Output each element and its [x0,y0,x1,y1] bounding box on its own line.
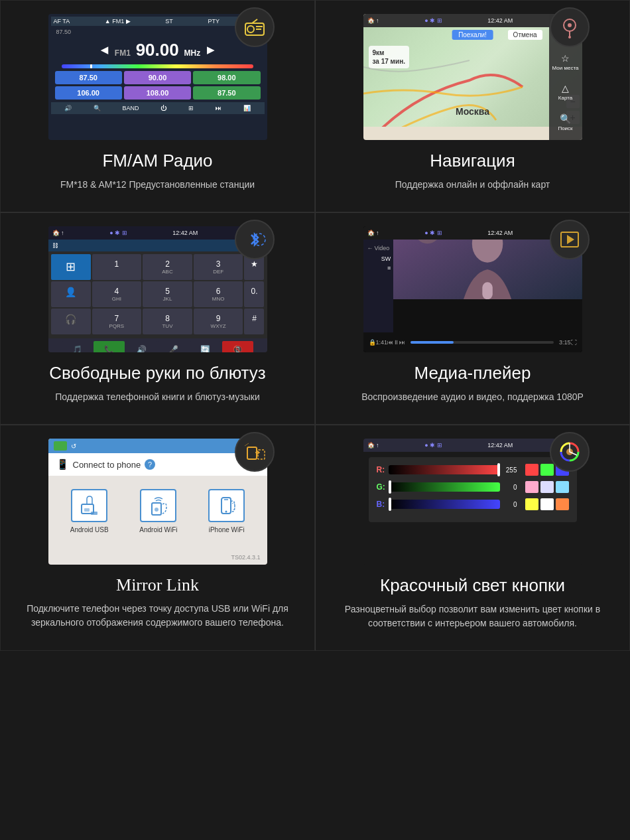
phone-key-6[interactable]: 6MNO [194,281,243,307]
preset-2[interactable]: 90.00 [124,71,191,84]
mirror-icon [243,441,266,463]
bt-desc: Поддержка телефонной книги и блютуз-музы… [55,390,260,404]
radio-unit: MHz [184,48,200,58]
svg-rect-11 [483,282,493,299]
phone-key-9[interactable]: 9WXYZ [194,309,243,334]
swatch-pink[interactable] [525,481,538,493]
mirror-desc: Подключите телефон через точку доступа U… [21,602,294,630]
nav-icon-badge [550,7,590,47]
nav-myplaces-btn[interactable]: ☆ Мои места [552,53,579,71]
swatch-lightblue[interactable] [556,481,569,493]
bt-icon-badge [235,220,275,259]
phone-endcall-btn[interactable]: 📵 [222,341,253,352]
radio-topbar: AF TA ▲ FM1 ▶ ST PTY 📻 [51,17,265,26]
svg-point-1 [247,26,254,33]
phone-key-0dot[interactable]: 0. [244,281,264,307]
color-blue-slider[interactable] [389,500,500,509]
svg-rect-26 [247,447,257,459]
color-green-slider[interactable] [389,482,500,492]
mirror-topbar: ↺ [48,439,267,453]
nav-screen-container: 🏠 ↑ ● ✱ ⊞ 12:42 AM ☼ ⚡ □ Поехали! Отмена… [336,14,609,140]
radio-presets: 87.50 90.00 98.00 106.00 108.00 87.50 [55,71,261,100]
color-icon-badge [550,432,590,472]
radio-desc: FM*18 & AM*12 Предустановленные станции [60,178,255,192]
svg-rect-18 [84,508,90,512]
phone-person-icon: 👤 [51,281,91,307]
media-cell: 🏠 ↑ ● ✱ ⊞ 12:42 AM ☼ ⚡ □ ← Video SW ≡ [315,212,630,425]
nav-icon [558,16,581,38]
phone-key-5[interactable]: 5JKL [143,281,192,307]
radio-progress-bar [62,64,254,68]
preset-1[interactable]: 87.50 [55,71,122,84]
video-fullscreen-btn[interactable]: ⛶ [571,339,577,346]
bt-cell: 🏠 ↑ ● ✱ ⊞ 12:42 AM ☼ ⚡ □ ⛓ ↵ ⊞ 1 2ABC [0,212,315,425]
video-menu-icon[interactable]: ≡ [363,263,394,273]
phone-key-1[interactable]: 1 [92,254,142,280]
swatch-green[interactable] [540,464,554,476]
video-sw-label: SW [363,254,394,263]
video-next-btn[interactable]: ⏭ [399,339,405,346]
swatch-lavender[interactable] [540,481,554,493]
nav-city: Москва [456,106,489,117]
mirror-android-usb[interactable]: Android USB [70,489,109,533]
preset-5[interactable]: 108.00 [124,86,191,100]
color-blue-value: 0 [504,501,517,508]
radio-frequency-display: ◀ FM1 90.00 MHz ▶ [51,39,265,60]
video-time-start: 1:41 [376,339,388,346]
mirror-cell: ↺ 📱 Connect to phone ? [0,425,315,651]
video-time-end: 3:15 [559,339,571,346]
nav-screen: 🏠 ↑ ● ✱ ⊞ 12:42 AM ☼ ⚡ □ Поехали! Отмена… [363,14,582,140]
video-play-btn[interactable]: ⏸ [393,339,399,346]
mirror-title-bar: 📱 Connect to phone ? [48,453,267,476]
phone-key-2[interactable]: 2ABC [143,254,192,280]
phone-key-hash[interactable]: # [244,309,264,334]
svg-point-25 [225,511,227,513]
bt-icon [243,228,266,251]
swatch-red[interactable] [525,464,538,476]
mirror-android-wifi[interactable]: Android WiFi [139,489,177,533]
phone-call-btn[interactable]: 📞 [94,341,125,352]
video-lock-icon: 🔒 [369,339,376,346]
video-back-btn[interactable]: ← Video [363,242,394,254]
svg-marker-15 [567,235,574,244]
mirror-title-cell: Mirror Link [116,575,199,595]
preset-6[interactable]: 87.50 [193,86,260,100]
phone-key-7[interactable]: 7PQRS [92,309,142,334]
iphone-wifi-icon [208,489,245,522]
phone-key-4[interactable]: 4GHI [92,281,142,307]
mirror-version: TS02.4.3.1 [231,554,260,561]
mirror-title-text: Connect to phone [73,460,141,470]
radio-screen: AF TA ▲ FM1 ▶ ST PTY 📻 87.50 108.00 ◀ FM… [48,14,267,140]
mirror-screen-container: ↺ 📱 Connect to phone ? [21,439,294,565]
nav-search-btn[interactable]: 🔍 Поиск [558,113,572,131]
svg-point-7 [568,36,571,38]
color-red-row: R: 255 [377,464,569,476]
radio-icon [243,15,267,39]
phone-key-8[interactable]: 8TUV [143,309,192,334]
nav-desc: Поддержка онлайн и оффлайн карт [395,178,550,192]
preset-4[interactable]: 106.00 [55,86,122,100]
color-cell: 🏠 ↑ ● ✱ ⊞ 12:42 AM ☼ ⚡ □ R: 255 [315,425,630,651]
video-progress-bar[interactable] [410,341,554,344]
color-screen-img: 🏠 ↑ ● ✱ ⊞ 12:42 AM ☼ ⚡ □ R: 255 [363,439,582,565]
color-red-slider[interactable] [389,465,500,474]
preset-3[interactable]: 98.00 [193,71,260,84]
media-screen-container: 🏠 ↑ ● ✱ ⊞ 12:42 AM ☼ ⚡ □ ← Video SW ≡ [336,226,609,352]
phone-volume-btn[interactable]: 🔊 [126,341,157,352]
swatch-orange[interactable] [556,498,569,510]
color-icon [558,441,581,463]
phone-rotate-btn[interactable]: 🔄 [190,341,221,352]
color-green-row: G: 0 [377,481,569,493]
mirror-iphone-wifi[interactable]: iPhone WiFi [208,489,245,533]
phone-contacts-btn[interactable]: ⊞ [51,254,91,280]
phone-mic-btn[interactable]: 🎤 [158,341,189,352]
phone-key-3[interactable]: 3DEF [194,254,243,280]
swatch-white[interactable] [540,498,554,510]
radio-title: FM/AM Радио [102,151,212,171]
swatch-yellow[interactable] [525,498,538,510]
nav-map-btn[interactable]: △ Карта [558,83,572,101]
color-topbar: 🏠 ↑ ● ✱ ⊞ 12:42 AM ☼ ⚡ □ [363,439,582,452]
video-prev-btn[interactable]: ⏮ [387,339,393,346]
color-red-value: 255 [504,466,517,474]
phone-keypad: ⊞ 1 2ABC 3DEF ★ 👤 4GHI 5JKL 6MNO 0. 🎧 7P… [48,251,267,337]
